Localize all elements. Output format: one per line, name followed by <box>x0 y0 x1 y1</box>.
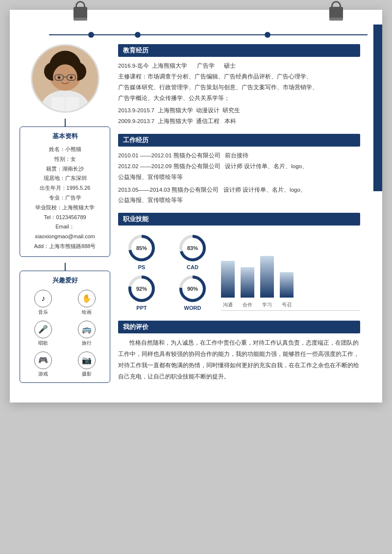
edu-entry-6: 2009.9-2013.7 上海熊猫大学 通信工程 本科 <box>118 116 360 127</box>
skills-grid: 85% PS 83% CAD <box>118 229 360 315</box>
communication-bar <box>221 261 235 298</box>
resume-page: 基本资料 姓名：小熊猫 性别：女 籍贯：湖南长沙 现居地：广东深圳 出生年月：1… <box>10 10 382 403</box>
connector-line-2 <box>65 263 66 271</box>
timeline-bar <box>49 34 368 35</box>
hobby-photo: 📷 摄影 <box>68 352 106 378</box>
music-icon: ♪ <box>34 290 52 307</box>
info-gender: 性别：女 <box>24 154 106 164</box>
photo-icon: 📷 <box>78 352 96 369</box>
skill-ppt: 92% PPT <box>118 274 165 311</box>
bar-learning: 学习 <box>260 256 274 308</box>
info-email: xiaoxiongmao@mail.com <box>24 232 106 242</box>
ps-circle-chart: 85% <box>127 233 156 263</box>
svg-text:83%: 83% <box>187 245 198 251</box>
svg-text:92%: 92% <box>136 286 147 292</box>
left-column: 基本资料 姓名：小熊猫 性别：女 籍贯：湖南长沙 现居地：广东深圳 出生年月：1… <box>20 44 110 383</box>
basic-info-box: 基本资料 姓名：小熊猫 性别：女 籍贯：湖南长沙 现居地：广东深圳 出生年月：1… <box>20 126 110 257</box>
skill-word: 90% WORD <box>169 274 216 311</box>
info-name: 姓名：小熊猫 <box>24 145 106 154</box>
ps-label: PS <box>138 264 146 270</box>
profile-photo <box>31 44 99 113</box>
bar-cooperation: 合作 <box>241 267 254 308</box>
cooperation-label: 合作 <box>243 302 252 308</box>
evaluation-content: 性格自然随和，为人诚恳，在工作中责任心重，对待工作认真负责，态度端正，在团队的工… <box>118 337 360 382</box>
bar-chart-area: 沟通 合作 学习 号召 <box>221 262 360 311</box>
work-entry-3: 公益海报、宣传喷绘等等 <box>118 172 360 183</box>
right-column: 教育经历 2016.9-迄今 上海熊猫大学 广告学 硕士 主修课程：市场调查于分… <box>118 44 372 383</box>
education-content: 2016.9-迄今 上海熊猫大学 广告学 硕士 主修课程：市场调查于分析、广告编… <box>118 61 360 127</box>
cooperation-bar <box>241 267 254 298</box>
learning-label: 学习 <box>262 302 272 308</box>
timeline-dot-1 <box>88 32 94 38</box>
edu-entry-2: 主修课程：市场调查于分析、广告编辑、广告经典作品评析、广告心理学、 <box>118 72 360 82</box>
edu-entry-4: 广告学概论、大众传播学、公共关系学等； <box>118 93 360 104</box>
bar-chart: 沟通 合作 学习 号召 <box>221 262 360 311</box>
bar-communication: 沟通 <box>221 261 235 308</box>
info-dob: 出生年月：1995.5.26 <box>24 183 106 193</box>
binder-clip-right <box>329 1 343 19</box>
info-address: Add：上海市熊猫路888号 <box>24 242 106 252</box>
basic-info-items: 姓名：小熊猫 性别：女 籍贯：湖南长沙 现居地：广东深圳 出生年月：1995.5… <box>24 145 106 252</box>
info-origin: 籍贯：湖南长沙 <box>24 164 106 174</box>
edu-entry-1: 2016.9-迄今 上海熊猫大学 广告学 硕士 <box>118 61 360 72</box>
info-tel: Tel：0123456789 <box>24 213 106 223</box>
work-entry-1: 2010.01 ——2012.01 熊猫办公有限公司 前台接待 <box>118 151 360 161</box>
work-header: 工作经历 <box>118 134 360 147</box>
svg-point-11 <box>70 76 73 79</box>
info-major: 专业：广告学 <box>24 193 106 203</box>
hobby-travel: 🚌 旅行 <box>68 321 106 347</box>
hobbies-box: 兴趣爱好 ♪ 音乐 ✋ 绘画 🎤 唱歌 🚌 <box>20 271 110 383</box>
skill-circles: 85% PS 83% CAD <box>118 233 216 311</box>
communication-label: 沟通 <box>223 302 233 308</box>
hobby-drawing: ✋ 绘画 <box>68 290 106 316</box>
leadership-bar <box>280 272 294 298</box>
cad-label: CAD <box>187 264 198 270</box>
game-icon: 🎮 <box>34 352 52 369</box>
education-header: 教育经历 <box>118 44 360 57</box>
edu-entry-5: 2013.9-2015.7 上海熊猫大学 动漫设计 研究生 <box>118 105 360 116</box>
timeline-dot-3 <box>265 32 270 38</box>
info-school: 毕业院校：上海熊猫大学 <box>24 203 106 213</box>
leadership-label: 号召 <box>282 302 292 308</box>
work-entry-5: 公益海报、宣传喷绘等等 <box>118 195 360 206</box>
learning-bar <box>260 256 274 298</box>
bar-leadership: 号召 <box>280 272 294 308</box>
edu-entry-3: 广告媒体研究、行政管理学、广告策划与创意、广告文案写作、市场营销学、 <box>118 82 360 93</box>
hobby-travel-label: 旅行 <box>82 340 92 347</box>
hobby-game-label: 游戏 <box>38 371 48 378</box>
travel-icon: 🚌 <box>78 321 96 338</box>
work-content: 2010.01 ——2012.01 熊猫办公有限公司 前台接待 2012.02 … <box>118 151 360 206</box>
hobby-singing-label: 唱歌 <box>38 340 48 347</box>
binder-clip-left <box>74 1 87 19</box>
right-accent-bar <box>373 25 382 191</box>
hobby-photo-label: 摄影 <box>82 371 92 378</box>
skills-header: 职业技能 <box>118 213 360 226</box>
svg-text:90%: 90% <box>187 286 198 292</box>
ppt-label: PPT <box>136 305 147 311</box>
skill-cad: 83% CAD <box>169 233 216 270</box>
singing-icon: 🎤 <box>34 321 52 338</box>
work-entry-2: 2012.02 ——2012.09 熊猫办公有限公司 设计师 设计传单、名片、l… <box>118 161 360 172</box>
drawing-icon: ✋ <box>78 290 96 307</box>
hobbies-title: 兴趣爱好 <box>24 276 106 285</box>
hobbies-grid: ♪ 音乐 ✋ 绘画 🎤 唱歌 🚌 旅行 <box>24 290 106 378</box>
ppt-circle-chart: 92% <box>127 274 156 303</box>
hobby-game: 🎮 游戏 <box>24 352 63 378</box>
cad-circle-chart: 83% <box>178 233 207 263</box>
skill-ps: 85% PS <box>118 233 165 270</box>
hobby-drawing-label: 绘画 <box>82 309 92 316</box>
word-label: WORD <box>184 305 201 311</box>
main-content: 基本资料 姓名：小熊猫 性别：女 籍贯：湖南长沙 现居地：广东深圳 出生年月：1… <box>10 10 382 383</box>
work-entry-4: 2013.05——2014.03 熊猫办公有限公司 设计师 设计传单、名片、lo… <box>118 185 360 196</box>
eval-header: 我的评价 <box>118 321 360 333</box>
svg-point-10 <box>57 76 60 79</box>
hobby-singing: 🎤 唱歌 <box>24 321 63 347</box>
skills-content: 85% PS 83% CAD <box>118 229 360 315</box>
info-location: 现居地：广东深圳 <box>24 174 106 183</box>
timeline-dot-2 <box>135 32 141 38</box>
basic-info-title: 基本资料 <box>24 132 106 141</box>
svg-text:85%: 85% <box>136 245 147 251</box>
connector-line-1 <box>65 119 66 126</box>
word-circle-chart: 90% <box>178 274 207 303</box>
info-email-label: Email： <box>24 222 106 232</box>
